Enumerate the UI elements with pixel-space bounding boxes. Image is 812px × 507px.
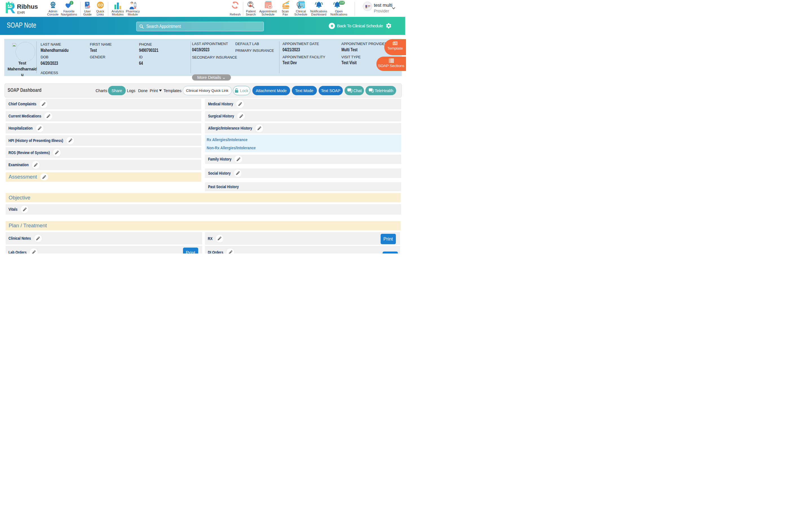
svg-text:0: 0 [70, 1, 72, 4]
svg-text:IBHUS: IBHUS [8, 5, 14, 7]
svg-text:208: 208 [340, 1, 344, 4]
svg-text:EHR: EHR [17, 10, 25, 15]
svg-text:Ribhus: Ribhus [17, 3, 38, 10]
